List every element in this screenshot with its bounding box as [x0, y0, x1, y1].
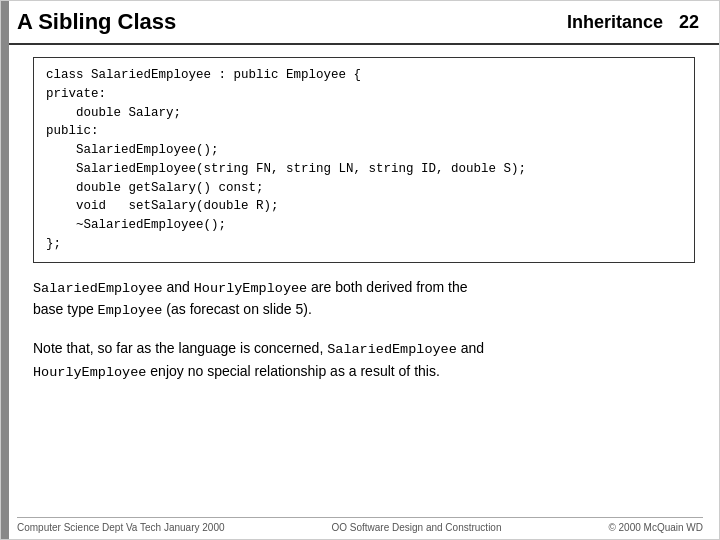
para2-text3: enjoy no special relationship as a resul…: [150, 363, 440, 379]
paragraph-1: SalariedEmployee and HourlyEmployee are …: [33, 277, 695, 323]
footer-center: OO Software Design and Construction: [331, 522, 501, 533]
para2-code2: HourlyEmployee: [33, 365, 146, 380]
header-right: Inheritance 22: [567, 12, 699, 33]
para2-text1: Note that, so far as the language is con…: [33, 340, 327, 356]
para1-code1: SalariedEmployee: [33, 281, 163, 296]
header-topic: Inheritance: [567, 12, 663, 33]
content-area: class SalariedEmployee : public Employee…: [9, 45, 719, 408]
footer-right: © 2000 McQuain WD: [608, 522, 703, 533]
para1-text3: (as forecast on slide 5).: [166, 301, 312, 317]
left-accent-bar: [1, 1, 9, 539]
para1-code3: Employee: [98, 303, 163, 318]
code-block: class SalariedEmployee : public Employee…: [33, 57, 695, 263]
header-page: 22: [679, 12, 699, 33]
para2-code1: SalariedEmployee: [327, 342, 457, 357]
footer: Computer Science Dept Va Tech January 20…: [17, 517, 703, 533]
slide-container: A Sibling Class Inheritance 22 class Sal…: [0, 0, 720, 540]
paragraph-2: Note that, so far as the language is con…: [33, 338, 695, 384]
footer-left: Computer Science Dept Va Tech January 20…: [17, 522, 225, 533]
para2-text2: and: [461, 340, 484, 356]
para1-text1: and: [167, 279, 194, 295]
code-content: class SalariedEmployee : public Employee…: [46, 66, 682, 254]
header: A Sibling Class Inheritance 22: [1, 1, 719, 45]
slide-title: A Sibling Class: [17, 9, 176, 35]
para1-code2: HourlyEmployee: [194, 281, 307, 296]
